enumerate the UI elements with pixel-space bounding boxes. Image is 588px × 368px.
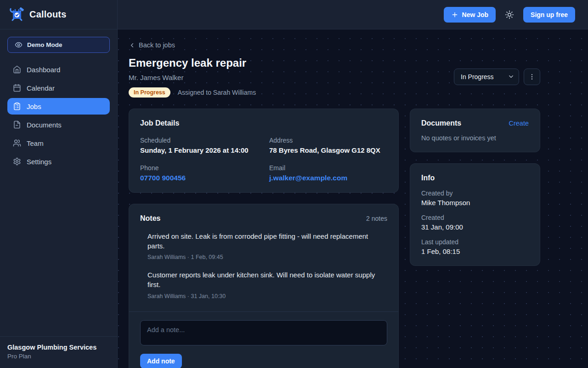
more-actions-button[interactable] <box>524 69 540 85</box>
calendar-tools-logo-icon <box>9 7 25 22</box>
new-job-label: New Job <box>462 11 489 18</box>
topbar: New Job Sign up free <box>118 0 588 29</box>
last-updated-value: 1 Feb, 08:15 <box>421 247 529 255</box>
job-controls: In Progress <box>454 69 540 85</box>
last-updated-field: Last updated 1 Feb, 08:15 <box>421 238 529 255</box>
address-field: Address 78 Byres Road, Glasgow G12 8QX <box>269 137 387 154</box>
sidebar-item-dashboard[interactable]: Dashboard <box>7 61 110 78</box>
sidebar-item-label: Dashboard <box>27 66 60 74</box>
home-icon <box>13 65 21 74</box>
add-note-button[interactable]: Add note <box>140 354 182 368</box>
eye-icon <box>15 41 23 49</box>
sidebar-footer: Glasgow Plumbing Services Pro Plan <box>0 336 117 368</box>
info-label: Last updated <box>421 238 529 246</box>
page-title: Emergency leak repair <box>129 57 256 69</box>
document-icon <box>13 121 21 129</box>
team-icon <box>13 139 21 147</box>
status-badge: In Progress <box>129 87 170 98</box>
demo-mode-badge: Demo Mode <box>7 37 110 53</box>
sidebar-nav: Demo Mode Dashboard Calendar <box>0 29 117 336</box>
theme-toggle-button[interactable] <box>503 8 516 21</box>
note-text: Customer reports leak under kitchen sink… <box>147 270 377 289</box>
sidebar-item-label: Documents <box>27 121 62 129</box>
email-field: Email j.walker@example.com <box>269 164 387 182</box>
notes-count: 2 notes <box>366 215 387 222</box>
back-link-label: Back to jobs <box>139 41 175 49</box>
customer-name: Mr. James Walker <box>129 74 256 81</box>
created-by-value: Mike Thompson <box>421 199 529 207</box>
new-job-button[interactable]: New Job <box>444 7 496 23</box>
note-meta: Sarah Williams · 31 Jan, 10:30 <box>147 293 387 299</box>
add-note-input[interactable] <box>140 320 387 345</box>
documents-title: Documents <box>421 119 461 127</box>
sun-icon <box>505 10 514 19</box>
info-label: Created <box>421 214 529 221</box>
note-item: Customer reports leak under kitchen sink… <box>147 270 387 299</box>
created-field: Created 31 Jan, 09:00 <box>421 214 529 231</box>
field-label: Email <box>269 164 387 172</box>
job-header: Emergency leak repair Mr. James Walker I… <box>129 57 540 98</box>
sidebar-item-label: Calendar <box>27 84 55 92</box>
phone-link[interactable]: 07700 900456 <box>140 174 186 182</box>
add-note-label: Add note <box>147 357 175 365</box>
sidebar-item-settings[interactable]: Settings <box>7 153 110 170</box>
sidebar: Callouts Demo Mode Dashboard <box>0 0 118 368</box>
status-select[interactable]: In Progress <box>454 69 519 85</box>
info-title: Info <box>421 174 529 182</box>
page-content: Back to jobs Emergency leak repair Mr. J… <box>118 29 588 368</box>
kebab-icon <box>528 73 536 80</box>
created-by-field: Created by Mike Thompson <box>421 190 529 207</box>
signup-label: Sign up free <box>531 11 568 18</box>
phone-field: Phone 07700 900456 <box>140 164 258 182</box>
signup-button[interactable]: Sign up free <box>523 7 575 23</box>
sidebar-item-documents[interactable]: Documents <box>7 116 110 133</box>
plus-icon <box>451 11 458 18</box>
sidebar-item-team[interactable]: Team <box>7 135 110 151</box>
app-logo: Callouts <box>0 0 117 29</box>
job-details-title: Job Details <box>140 119 387 127</box>
notes-title: Notes <box>140 214 160 223</box>
sidebar-item-label: Jobs <box>27 103 41 110</box>
add-note-section: Add note <box>129 311 398 368</box>
demo-mode-label: Demo Mode <box>27 41 62 48</box>
create-document-link[interactable]: Create <box>509 120 529 127</box>
note-meta: Sarah Williams · 1 Feb, 09:45 <box>147 254 387 260</box>
job-details-card: Job Details Scheduled Sunday, 1 February… <box>129 109 399 193</box>
scheduled-value: Sunday, 1 February 2026 at 14:00 <box>140 146 258 154</box>
sidebar-item-jobs[interactable]: Jobs <box>7 98 110 115</box>
field-label: Phone <box>140 164 258 172</box>
sidebar-item-label: Team <box>27 139 44 147</box>
field-label: Scheduled <box>140 137 258 144</box>
company-name: Glasgow Plumbing Services <box>7 344 110 351</box>
info-card: Info Created by Mike Thompson Created 31… <box>410 163 540 266</box>
notes-card: Notes 2 notes Arrived on site. Leak is f… <box>129 204 399 368</box>
email-link[interactable]: j.walker@example.com <box>269 174 347 182</box>
address-value: 78 Byres Road, Glasgow G12 8QX <box>269 146 387 154</box>
gear-icon <box>13 157 21 166</box>
field-label: Address <box>269 137 387 144</box>
chevron-left-icon <box>129 42 136 49</box>
info-label: Created by <box>421 190 529 197</box>
note-text: Arrived on site. Leak is from corroded p… <box>147 232 377 251</box>
created-value: 31 Jan, 09:00 <box>421 223 529 231</box>
note-item: Arrived on site. Leak is from corroded p… <box>147 232 387 260</box>
documents-card: Documents Create No quotes or invoices y… <box>410 109 540 152</box>
main-area: New Job Sign up free Back to jobs E <box>118 0 588 368</box>
clipboard-icon <box>13 102 21 110</box>
documents-empty-text: No quotes or invoices yet <box>421 134 529 142</box>
plan-label: Pro Plan <box>7 353 110 360</box>
sidebar-item-calendar[interactable]: Calendar <box>7 80 110 96</box>
scheduled-field: Scheduled Sunday, 1 February 2026 at 14:… <box>140 137 258 154</box>
assigned-label: Assigned to Sarah Williams <box>178 89 256 96</box>
calendar-icon <box>13 84 21 92</box>
app-name: Callouts <box>29 9 67 20</box>
back-to-jobs-link[interactable]: Back to jobs <box>129 41 175 49</box>
sidebar-item-label: Settings <box>27 158 51 166</box>
